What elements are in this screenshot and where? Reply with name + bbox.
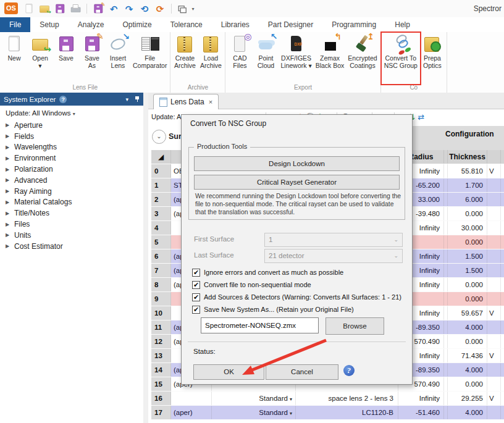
sidebar-item-ray-aiming[interactable]: ▶Ray Aiming (0, 186, 143, 197)
thickness-flag[interactable] (487, 193, 501, 206)
redo-button[interactable]: ↷ (122, 2, 136, 15)
sidebar-item-cost-estimator[interactable]: ▶Cost Estimator (0, 241, 143, 252)
thickness-value[interactable]: 1.500 (448, 249, 487, 263)
sidebar-item-material-catalogs[interactable]: ▶Material Catalogs (0, 197, 143, 208)
row-filler[interactable] (501, 320, 504, 334)
menu-tab-tolerance[interactable]: Tolerance (161, 17, 212, 32)
sidebar-item-wavelengths[interactable]: ▶Wavelengths (0, 142, 143, 153)
row-number[interactable]: 16 (151, 392, 171, 405)
thickness-value[interactable]: 4.000 (448, 320, 487, 334)
checkbox-icon[interactable]: ✔ (192, 281, 200, 289)
thickness-flag[interactable]: V (487, 164, 501, 178)
surface-type[interactable]: Standard▾ (212, 406, 296, 419)
cascade-windows-button[interactable]: ▾ (176, 2, 190, 15)
ribbon-insert-lens-button[interactable]: ↘InsertLens (105, 33, 131, 83)
menu-tab-setup[interactable]: Setup (30, 17, 68, 32)
ribbon-point-cloud-button[interactable]: ↖PointCloud (253, 33, 279, 83)
thickness-flag[interactable] (487, 235, 501, 249)
ribbon-cad-files-button[interactable]: ◎CADFiles (227, 33, 253, 83)
row-number[interactable]: 7 (151, 264, 171, 277)
row-number[interactable]: 13 (151, 349, 171, 362)
thickness-flag[interactable] (487, 278, 501, 291)
ribbon-save-button[interactable]: Save (53, 33, 79, 83)
row-number[interactable]: 1 (151, 178, 171, 192)
thickness-flag[interactable] (487, 207, 501, 220)
checkbox-row-ignore-errors-and-convert-as-m[interactable]: ✔Ignore errors and convert as much as po… (192, 266, 401, 279)
row-filler[interactable] (501, 377, 504, 391)
sidebar-item-fields[interactable]: ▶Fields (0, 131, 143, 142)
table-row-surface-16[interactable]: 16Standard▾space lens 2 - lens 3Infinity… (151, 392, 504, 406)
swap-horizontal-icon[interactable]: ⇄ (418, 113, 424, 121)
thickness-flag[interactable] (487, 264, 501, 277)
thickness-value[interactable]: 29.255 (448, 392, 487, 405)
sidebar-item-polarization[interactable]: ▶Polarization (0, 164, 143, 175)
row-number[interactable]: 2 (151, 193, 171, 206)
radius-value[interactable]: Infinity (398, 392, 444, 405)
row-filler[interactable] (501, 278, 504, 291)
thickness-flag[interactable] (487, 178, 501, 192)
thickness-value[interactable]: 0.000 (448, 278, 487, 291)
thickness-value[interactable]: 1.500 (448, 264, 487, 277)
checkbox-row-add-sources-detectors-warning-[interactable]: ✔Add Sources & Detectors (Warning: Conve… (192, 291, 401, 303)
ribbon-encrypted-coatings-button[interactable]: ↥EncryptedCoatings (346, 33, 379, 83)
surface-comment[interactable]: space lens 2 - lens 3 (296, 392, 398, 405)
checkbox-icon[interactable]: ✔ (192, 293, 200, 301)
thickness-flag[interactable] (487, 363, 501, 377)
thickness-flag[interactable] (487, 249, 501, 263)
row-number[interactable]: 12 (151, 335, 171, 348)
save-as-button[interactable]: ✎ (91, 2, 105, 15)
design-lockdown-button[interactable]: Design Lockdown (194, 156, 400, 171)
sidebar-item-files[interactable]: ▶Files (0, 219, 143, 230)
row-number[interactable]: 10 (151, 306, 171, 320)
row-filler[interactable] (501, 349, 504, 362)
cancel-button[interactable]: Cancel (266, 364, 338, 380)
thickness-flag[interactable]: V (487, 349, 501, 362)
thickness-flag[interactable] (487, 335, 501, 348)
thickness-value[interactable]: 0.000 (448, 207, 487, 220)
ribbon-create-archive-button[interactable]: CreateArchive (172, 33, 198, 83)
menu-tab-help[interactable]: Help (385, 17, 419, 32)
thickness-flag[interactable] (487, 406, 501, 419)
thickness-value[interactable]: 1.700 (448, 178, 487, 192)
menu-tab-libraries[interactable]: Libraries (212, 17, 259, 32)
menu-tab-programming[interactable]: Programming (322, 17, 385, 32)
thickness-value[interactable]: 6.000 (448, 193, 487, 206)
surface-comment[interactable]: LC1120-B (296, 406, 398, 419)
sidebar-item-aperture[interactable]: ▶Aperture (0, 120, 143, 131)
sidebar-item-advanced[interactable]: ▶Advanced (0, 175, 143, 186)
row-number[interactable]: 14 (151, 363, 171, 377)
pin-icon[interactable] (135, 96, 140, 103)
help-icon[interactable]: ? (59, 96, 67, 103)
menu-tab-optimize[interactable]: Optimize (113, 17, 161, 32)
row-filler[interactable] (501, 264, 504, 277)
thickness-flag[interactable] (487, 377, 501, 391)
thickness-value[interactable]: 0.000 (448, 335, 487, 348)
open-file-button[interactable] (38, 2, 51, 15)
close-icon[interactable]: × (209, 98, 212, 106)
row-filler[interactable] (501, 363, 504, 377)
row-number[interactable]: 11 (151, 320, 171, 334)
critical-rayset-generator-button[interactable]: Critical Rayset Generator (194, 175, 400, 190)
checkbox-icon[interactable]: ✔ (192, 269, 200, 277)
row-number[interactable]: 5 (151, 235, 171, 249)
ok-button[interactable]: OK (193, 364, 264, 380)
refresh-button[interactable]: ⟲ (138, 2, 151, 15)
row-filler[interactable] (501, 178, 504, 192)
chevron-down-icon[interactable]: ▾ (125, 96, 128, 103)
thickness-value[interactable]: 55.810 (448, 164, 487, 178)
surface-properties-toggle[interactable]: ⌄ (152, 130, 166, 144)
ribbon-prepare-optics-button[interactable]: PrepaOptics (419, 33, 445, 83)
help-icon[interactable]: ? (343, 365, 355, 376)
sidebar-item-title-notes[interactable]: ▶Title/Notes (0, 207, 143, 219)
row-filler[interactable] (501, 193, 504, 206)
ribbon-zemax-black-box-button[interactable]: ↰ZemaxBlack Box (314, 33, 346, 83)
ribbon-open-button[interactable]: Open▾ (27, 33, 53, 83)
row-number[interactable]: 15 (151, 377, 171, 391)
thickness-value[interactable]: 4.000 (448, 406, 487, 419)
row-number[interactable]: 4 (151, 221, 171, 235)
surface-type[interactable]: Standard▾ (212, 392, 296, 405)
new-file-button[interactable] (22, 2, 36, 15)
thickness-flag[interactable] (487, 320, 501, 334)
row-filler[interactable] (501, 406, 504, 419)
filename-input[interactable]: Spectrometer-NONSEQ.zmx (201, 317, 319, 333)
